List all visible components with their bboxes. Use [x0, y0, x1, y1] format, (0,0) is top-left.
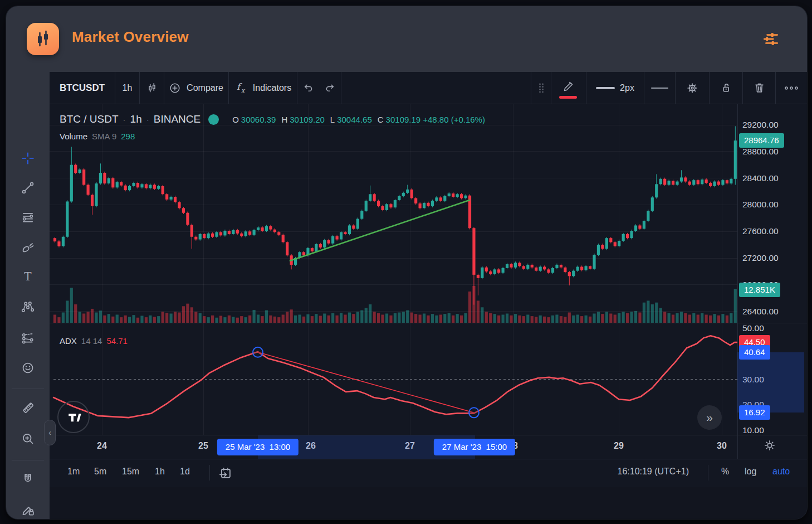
adx-value-badge: 16.92 [739, 405, 770, 420]
text-tool-button[interactable]: T [15, 264, 41, 289]
price-axis-tick: 27200.00 [742, 253, 779, 264]
pane-divider[interactable] [50, 323, 807, 323]
adx-legend: ADX 14 14 54.71 [60, 336, 128, 346]
trend-line-tool-button[interactable] [15, 175, 41, 201]
more-options-button[interactable] [776, 72, 807, 104]
gear-icon [685, 81, 700, 95]
xabcd-pattern-tool-button[interactable] [15, 294, 41, 319]
compare-button[interactable]: Compare [164, 72, 229, 104]
legend-symbol[interactable]: BTC / USDT [60, 113, 119, 125]
ruler-tool-button[interactable] [15, 395, 41, 420]
line-width-sample [596, 87, 615, 89]
compare-label: Compare [187, 83, 223, 93]
scroll-to-latest-button[interactable]: » [697, 405, 722, 430]
volume-legend: Volume SMA 9 298 [60, 132, 485, 141]
indicators-button[interactable]: f x Indicators [229, 72, 297, 104]
app-logo [27, 23, 59, 55]
line-style-sample [651, 88, 668, 89]
forecast-tool-button[interactable] [15, 325, 41, 351]
crosshair-icon [21, 151, 35, 166]
crosshair-tool-button[interactable] [15, 145, 41, 171]
magnet-tool-button[interactable] [15, 466, 41, 492]
market-overview-window: Market Overview [6, 6, 808, 520]
legend-exchange: BINANCE [154, 113, 200, 125]
chart-toolbar: BTCUSDT 1h Compare f x Indicators [50, 72, 807, 104]
lock-drawing-button[interactable] [710, 72, 743, 104]
chart-style-button[interactable] [140, 72, 164, 104]
pencil-lock-icon [21, 502, 36, 517]
zoom-in-icon [21, 431, 35, 446]
bottom-bar-separator [209, 465, 210, 481]
market-status-dot[interactable] [208, 114, 219, 125]
interval-button-15m[interactable]: 15m [122, 467, 139, 477]
toolbar-spacer [341, 72, 531, 104]
emoji-icon [21, 361, 35, 375]
price-axis-tick: 27600.00 [742, 226, 779, 237]
svg-text:x: x [241, 87, 246, 94]
auto-scale-button[interactable]: auto [772, 467, 790, 477]
go-to-date-button[interactable] [218, 465, 233, 483]
time-axis[interactable]: 2425262728293025 Mar '23 13:0027 Mar '23… [50, 435, 807, 459]
interval-button-1h[interactable]: 1h [155, 467, 165, 477]
adx-axis-tick: 10.00 [742, 425, 764, 436]
change-value: +48.80 (+0.16%) [423, 115, 485, 124]
theme-sun-icon[interactable] [762, 438, 777, 455]
redo-icon[interactable] [324, 83, 336, 94]
clock-display[interactable]: 16:10:19 (UTC+1) [617, 467, 689, 477]
time-anchor-badge: 27 Mar '23 15:00 [434, 439, 515, 455]
adx-axis-tick: 50.00 [742, 323, 764, 334]
zoom-in-tool-button[interactable] [15, 426, 41, 452]
svg-text:T: T [24, 270, 31, 283]
symbol-search-button[interactable]: BTCUSDT [50, 72, 115, 104]
interval-label: 1h [123, 83, 133, 93]
percent-scale-button[interactable]: % [721, 467, 729, 477]
trend-line-icon [21, 181, 35, 195]
emoji-tool-button[interactable] [15, 355, 41, 381]
price-axis-tick: 29200.00 [742, 119, 779, 130]
legend-interval: 1h [130, 113, 142, 125]
remove-drawing-button[interactable] [743, 72, 776, 104]
sidebar-collapse-handle[interactable]: ‹ [44, 420, 56, 445]
line-width-button[interactable]: 2px [586, 72, 644, 104]
tradingview-logo-button[interactable] [57, 401, 90, 433]
last-price-badge: 28964.76 [739, 133, 784, 148]
undo-redo-group [297, 72, 341, 104]
interval-button[interactable]: 1h [115, 72, 140, 104]
sidebar-divider [12, 460, 44, 460]
ohlc-values: O30060.39 H30109.20 L30044.65 C30109.19 … [232, 115, 485, 124]
time-axis-tick: 24 [90, 441, 114, 451]
price-axis-tick: 26400.00 [742, 306, 779, 317]
volume-value-badge: 12.851K [739, 283, 780, 297]
desktop-background: Market Overview [0, 0, 812, 524]
line-color-button[interactable] [551, 72, 586, 104]
price-axis-tick: 28400.00 [742, 173, 779, 184]
brush-tool-button[interactable] [15, 234, 41, 260]
line-settings-button[interactable] [676, 72, 710, 104]
interval-button-5m[interactable]: 5m [94, 467, 106, 477]
interval-button-1d[interactable]: 1d [180, 467, 190, 477]
lock-open-icon [719, 81, 733, 95]
price-axis-tick: 28000.00 [742, 199, 779, 210]
pencil-icon [561, 79, 576, 94]
fib-retracement-icon [21, 210, 35, 225]
undo-icon[interactable] [302, 83, 315, 94]
xabcd-pattern-icon [21, 299, 35, 314]
time-axis-tick: 25 [191, 441, 216, 451]
log-scale-button[interactable]: log [745, 467, 756, 477]
fib-retracement-tool-button[interactable] [15, 205, 41, 230]
line-width-label: 2px [620, 83, 634, 93]
tradingview-logo-icon [65, 409, 82, 425]
settings-sliders-icon[interactable] [761, 30, 780, 48]
price-axis[interactable]: 29200.0028800.0028400.0028000.0027600.00… [737, 104, 807, 323]
line-style-button[interactable] [644, 72, 676, 104]
drawing-lock-tool-button[interactable] [15, 497, 41, 520]
drawing-toolbar-sidebar: T [6, 72, 50, 519]
interval-button-1m[interactable]: 1m [67, 467, 80, 477]
main-legend: BTC / USDT · 1h · BINANCE O30060.39 H301… [60, 113, 485, 141]
adx-axis[interactable]: 50.0030.0020.0010.0044.5040.6416.92 [737, 323, 807, 435]
bottom-bar-separator [708, 465, 708, 481]
time-axis-tick: 29 [606, 441, 631, 451]
adx-indicator-pane[interactable] [50, 323, 737, 435]
drawing-panel-drag-handle[interactable] [531, 72, 551, 104]
time-axis-tick: 30 [710, 441, 734, 451]
